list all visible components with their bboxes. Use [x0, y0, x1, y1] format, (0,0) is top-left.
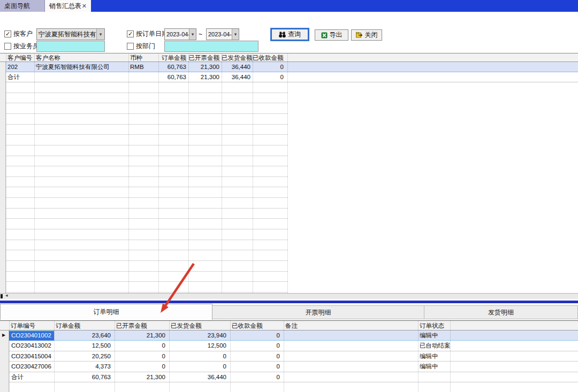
- export-button[interactable]: 导出: [315, 29, 348, 41]
- by-order-date-checkbox[interactable]: ✓: [127, 30, 134, 37]
- column-header-invoiced-amount[interactable]: 已开票金额: [188, 54, 219, 62]
- order-amount: 12,500: [54, 342, 111, 350]
- grid-line: [230, 320, 231, 392]
- tab-label: 发货明细: [488, 308, 514, 317]
- exit-door-icon: [356, 32, 363, 38]
- tab-label: 销售汇总表: [49, 2, 81, 11]
- received-amount: 0: [230, 332, 280, 340]
- close-icon[interactable]: ✕: [82, 3, 87, 10]
- chevron-down-icon[interactable]: ▾: [96, 29, 104, 40]
- by-order-date-label: 按订单日期: [136, 30, 168, 38]
- tab-label: 订单明细: [94, 308, 119, 317]
- detail-table-header: 订单编号 订单金额 已开票金额 已发货金额 已收款金额 备注 订单状态: [0, 320, 578, 330]
- invoiced-amount: 21,300: [115, 373, 165, 381]
- order-no: CO230415004: [11, 352, 51, 360]
- shipped-amount: 36,440: [222, 73, 250, 81]
- shipped-amount: 23,940: [169, 332, 226, 340]
- currency: RMB: [130, 63, 144, 71]
- grid-line: [188, 53, 189, 293]
- window-tab-bar: 桌面导航 销售汇总表 ✕: [0, 0, 578, 12]
- column-header-received-amount[interactable]: 已收款金额: [253, 54, 280, 62]
- column-header-shipped-amount[interactable]: 已发货金额: [222, 54, 250, 62]
- by-customer-checkbox[interactable]: ✓: [4, 30, 11, 37]
- by-customer-label: 按客户: [13, 30, 33, 38]
- summary-table-row-selected[interactable]: 202 宁波夏拓智能科技有限公司 RMB 60,763 21,300 36,44…: [0, 62, 578, 72]
- date-from-picker[interactable]: 2023-04-01 ▾: [164, 28, 196, 40]
- received-amount: 0: [230, 352, 280, 360]
- chevron-down-icon[interactable]: ▾: [189, 29, 196, 40]
- order-no-cell-selected[interactable]: CO230401002: [9, 330, 54, 341]
- customer-select-value: 宁波夏拓智能科技有限公: [37, 30, 96, 39]
- tab-sales-summary[interactable]: 销售汇总表 ✕: [45, 0, 91, 12]
- order-no: CO230427006: [11, 363, 51, 371]
- column-header-order-amount[interactable]: 订单金额: [158, 54, 186, 62]
- received-amount: 0: [253, 63, 284, 71]
- total-label: 合计: [7, 73, 20, 81]
- detail-table-row-selected[interactable]: CO230401002 23,640 21,300 23,940 0 编辑中: [0, 330, 578, 341]
- column-header-customer-name[interactable]: 客户名称: [36, 54, 60, 62]
- total-label: 合计: [11, 373, 24, 381]
- by-salesperson-label: 按业务员: [13, 42, 39, 50]
- date-to-picker[interactable]: 2023-04-29 ▾: [206, 28, 239, 40]
- column-header-order-no[interactable]: 订单编号: [11, 322, 35, 329]
- invoiced-amount: 21,300: [188, 63, 219, 71]
- detail-table-row[interactable]: CO230413002 12,500 0 12,500 0 已自动结案: [0, 341, 578, 351]
- tab-desktop-navigation[interactable]: 桌面导航: [0, 0, 45, 12]
- order-status: 编辑中: [420, 332, 438, 340]
- grid-line: [158, 53, 159, 293]
- column-header-invoiced-amount[interactable]: 已开票金额: [116, 322, 147, 329]
- grid-line: [54, 320, 55, 392]
- row-indicator-column: [0, 62, 6, 293]
- grid-line: [6, 53, 6, 293]
- detail-table-total-row[interactable]: 合计 60,763 21,300 36,440 0: [0, 372, 578, 382]
- column-header-shipped-amount[interactable]: 已发货金额: [171, 322, 202, 329]
- shipped-amount: 12,500: [169, 342, 226, 350]
- shipped-amount: 0: [169, 352, 226, 360]
- summary-table-empty-rows: [0, 82, 288, 293]
- tab-order-details[interactable]: 订单明细: [0, 304, 212, 320]
- grid-line: [169, 320, 170, 392]
- customer-name: 宁波夏拓智能科技有限公司: [36, 63, 110, 71]
- export-button-label: 导出: [330, 30, 343, 40]
- grid-line: [253, 53, 253, 293]
- summary-table-header: 客户编号 客户名称 币种 订单金额 已开票金额 已发货金额 已收款金额: [0, 53, 578, 62]
- grid-line: [418, 320, 419, 392]
- by-department-label: 按部门: [136, 42, 155, 50]
- received-amount: 0: [230, 373, 280, 381]
- tab-label: 桌面导航: [4, 2, 30, 11]
- binoculars-icon: [279, 32, 286, 38]
- detail-table-row[interactable]: CO230427006 4,373 0 0 0 编辑中: [0, 362, 578, 372]
- order-amount: 60,763: [158, 63, 186, 71]
- order-amount: 60,763: [54, 373, 111, 381]
- tab-shipment-details[interactable]: 发货明细: [424, 305, 578, 319]
- close-button[interactable]: 关闭: [351, 29, 382, 41]
- tab-invoice-details[interactable]: 开票明细: [212, 305, 424, 319]
- summary-table-total-row[interactable]: 合计 60,763 21,300 36,440 0: [0, 72, 578, 82]
- detail-table-row[interactable]: CO230415004 20,250 0 0 0 编辑中: [0, 351, 578, 362]
- column-header-remark[interactable]: 备注: [285, 322, 298, 329]
- column-header-currency[interactable]: 币种: [130, 54, 142, 62]
- query-button[interactable]: 查询: [271, 29, 308, 40]
- department-input[interactable]: [164, 41, 258, 52]
- chevron-down-icon[interactable]: ▾: [232, 29, 239, 40]
- scroll-left-icon[interactable]: ◂: [5, 293, 8, 298]
- grid-line: [222, 53, 222, 293]
- grid-line: [284, 320, 284, 392]
- sales-summary-window: 桌面导航 销售汇总表 ✕ ✓ 按客户 宁波夏拓智能科技有限公 ▾ 按业务员 ✓ …: [0, 0, 578, 392]
- splitter-handle[interactable]: [1, 294, 3, 298]
- row-indicator-column: ▶: [0, 330, 9, 392]
- grid-line: [115, 320, 115, 392]
- excel-icon: [321, 32, 328, 39]
- by-department-checkbox[interactable]: [127, 43, 134, 50]
- column-header-order-amount[interactable]: 订单金额: [56, 322, 80, 329]
- date-range-separator: ~: [199, 30, 202, 38]
- grid-line: [450, 320, 451, 392]
- salesperson-input[interactable]: [36, 41, 105, 52]
- grid-line: [128, 53, 129, 293]
- column-header-order-status[interactable]: 订单状态: [420, 322, 444, 329]
- column-header-customer-id[interactable]: 客户编号: [7, 54, 32, 62]
- column-header-received-amount[interactable]: 已收款金额: [232, 322, 263, 329]
- horizontal-scrollbar[interactable]: ◂: [0, 293, 578, 299]
- customer-select[interactable]: 宁波夏拓智能科技有限公 ▾: [36, 28, 105, 40]
- by-salesperson-checkbox[interactable]: [4, 43, 11, 50]
